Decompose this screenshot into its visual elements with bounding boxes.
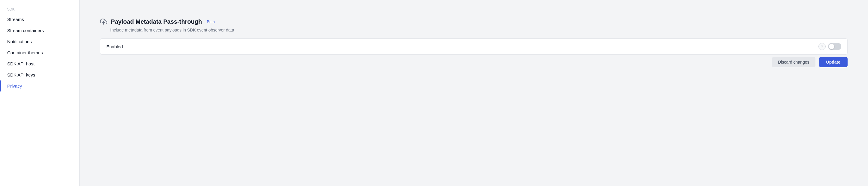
payload-metadata-card: Payload Metadata Pass-through Beta Inclu…: [90, 10, 857, 74]
sidebar-item-label: Privacy: [7, 83, 22, 88]
actions-row: Discard changes Update: [100, 57, 847, 67]
cloud-upload-icon: [100, 18, 107, 25]
card-title: Payload Metadata Pass-through: [111, 18, 202, 25]
sidebar-section-label: SDK: [0, 7, 79, 14]
toggle-clear-button[interactable]: ×: [818, 43, 826, 50]
toggle-row: Enabled ×: [100, 38, 847, 54]
update-button[interactable]: Update: [819, 57, 847, 67]
toggle-label: Enabled: [106, 44, 123, 49]
sidebar-item-sdk-api-keys[interactable]: SDK API keys: [0, 69, 79, 80]
sidebar: SDK Streams Stream containers Notificati…: [0, 0, 80, 186]
sidebar-item-label: SDK API host: [7, 61, 35, 66]
sidebar-item-notifications[interactable]: Notifications: [0, 36, 79, 47]
sidebar-item-sdk-api-host[interactable]: SDK API host: [0, 58, 79, 69]
beta-badge: Beta: [207, 20, 215, 24]
sidebar-item-label: Container themes: [7, 50, 43, 55]
sidebar-item-label: Notifications: [7, 39, 32, 44]
card-description: Include metadata from event payloads in …: [110, 28, 847, 32]
sidebar-item-streams[interactable]: Streams: [0, 14, 79, 25]
toggle-control: ×: [818, 43, 841, 50]
sidebar-item-stream-containers[interactable]: Stream containers: [0, 25, 79, 36]
toggle-switch[interactable]: [828, 43, 841, 50]
sidebar-item-privacy[interactable]: Privacy: [0, 80, 79, 91]
discard-changes-button[interactable]: Discard changes: [772, 57, 815, 67]
sidebar-item-label: Streams: [7, 17, 24, 22]
card-header: Payload Metadata Pass-through Beta: [100, 18, 847, 25]
sidebar-item-label: Stream containers: [7, 28, 44, 33]
clear-icon: ×: [821, 44, 823, 48]
sidebar-item-label: SDK API keys: [7, 72, 35, 77]
main-content: Payload Metadata Pass-through Beta Inclu…: [80, 0, 868, 186]
sidebar-item-container-themes[interactable]: Container themes: [0, 47, 79, 58]
